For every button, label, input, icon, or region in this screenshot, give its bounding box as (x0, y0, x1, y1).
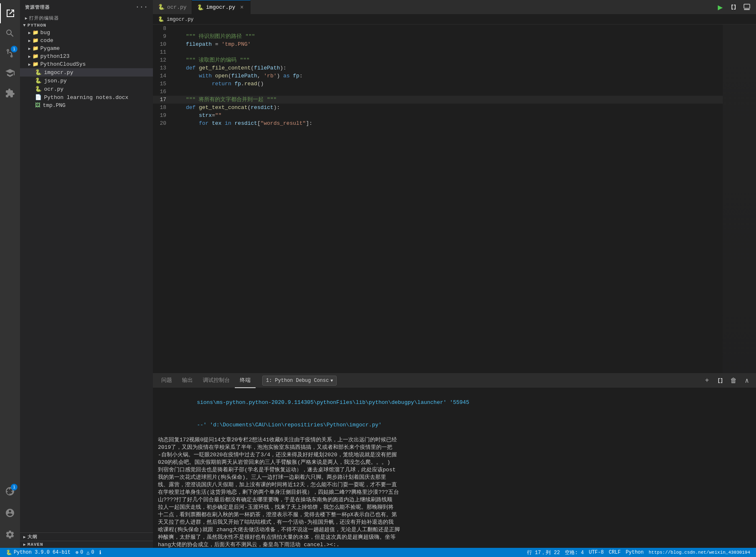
split-terminal-button[interactable] (714, 375, 726, 386)
tab-close-button[interactable]: × (239, 4, 245, 11)
terminal-line: 020的机会吧。国庆假期前两天从岩管回来的三人手臂酸胀(严格来说是两人，我没怎么… (158, 459, 751, 466)
sidebar-item-imgocr[interactable]: 🐍 imgocr.py (20, 68, 153, 77)
image-file-icon: 🖼 (35, 102, 40, 109)
line-number: 15 (153, 80, 173, 88)
status-language-label: Python (626, 550, 644, 555)
code-line-14: 14 with open(filePath, 'rb') as fp: (153, 72, 723, 80)
sidebar-folder-outline[interactable]: ▶ 大纲 (20, 532, 153, 541)
status-blog-link[interactable]: https://blog.csdn.net/weixin_43030194 (646, 548, 753, 557)
activity-icon-extensions[interactable] (0, 83, 20, 103)
panel-tab-problems[interactable]: 问题 (156, 374, 177, 388)
chevron-icon: ▶ (28, 46, 31, 51)
tab-imgocr[interactable]: 🐍 imgocr.py × (192, 0, 251, 15)
editor-area: 🐍 ocr.py 🐍 imgocr.py × ▶ (153, 0, 756, 548)
activity-bar: 1 1 (0, 0, 20, 548)
terminal-line: 种酸爽，太舒服了，虽然我水性不是很好也有点惧怕大量的水体，但是这次真的是超爽超级… (158, 534, 751, 541)
file-label: json.py (44, 78, 67, 84)
status-spaces[interactable]: 空格: 4 (562, 548, 586, 557)
code-line-12: 12 """ 读取图片的编码 """ (153, 56, 723, 64)
tab-ocr[interactable]: 🐍 ocr.py (153, 0, 192, 15)
status-spaces-label: 空格: 4 (565, 549, 584, 556)
activity-icon-explorer[interactable] (0, 3, 20, 23)
sidebar-item-tmp-png[interactable]: 🖼 tmp.PNG (20, 101, 153, 109)
error-icon: ⊗ (76, 550, 79, 556)
activity-icon-settings[interactable] (0, 525, 20, 545)
sidebar-item-json[interactable]: 🐍 json.py (20, 77, 153, 85)
maximize-panel-button[interactable]: ∧ (741, 375, 753, 386)
panel: 问题 输出 调试控制台 终端 1: Python Debug Consc ▼ + (153, 373, 756, 548)
sidebar-title: 资源管理器 (25, 4, 50, 10)
folder-label: bug (40, 30, 50, 36)
sidebar-section-maven: ▶ MAVEN (20, 541, 153, 548)
sidebar-item-pythoncloudsys[interactable]: ▶ 📁 PythonCloudSys (20, 60, 153, 68)
chevron-down-icon: ▼ (330, 379, 333, 383)
sidebar-folder-open-editors[interactable]: ▶ 打开的编辑器 (20, 14, 153, 22)
line-content: for tex in resdict["words_result"]: (173, 119, 723, 127)
folder-icon: 📁 (32, 30, 39, 36)
code-editor[interactable]: 8 9 """ 待识别图片的路径 """ 10 filepath = 'tmp.… (153, 25, 723, 373)
panel-tab-terminal[interactable]: 终端 (235, 374, 256, 388)
line-content: with open(filePath, 'rb') as fp: (173, 72, 723, 80)
code-line-18: 18 def get_text_concat(resdict): (153, 104, 723, 111)
line-number: 9 (153, 32, 173, 40)
status-bar: 🐍 Python 3.9.0 64-bit ⊗ 0 △ 0 ℹ 行 17，列 2… (0, 548, 756, 557)
line-content: strx="" (173, 111, 723, 119)
sidebar-item-bug[interactable]: ▶ 📁 bug (20, 29, 153, 37)
terminal-dropdown[interactable]: 1: Python Debug Consc ▼ (262, 376, 337, 386)
tab-label: ocr.py (167, 4, 187, 10)
panel-actions: + 🗑 ∧ (701, 375, 753, 386)
status-encoding[interactable]: UTF-8 (586, 548, 606, 557)
sidebar-item-code[interactable]: ▶ 📁 code (20, 37, 153, 45)
kill-terminal-button[interactable]: 🗑 (728, 375, 739, 386)
python-icon: 🐍 (6, 550, 12, 556)
chevron-icon: ▶ (28, 30, 31, 35)
activity-icon-account[interactable] (0, 503, 20, 523)
code-line-13: 13 def get_file_content(filePath): (153, 64, 723, 72)
status-language[interactable]: Python (623, 548, 646, 557)
sidebar-item-ocr[interactable]: 🐍 ocr.py (20, 85, 153, 93)
line-content: """ 读取图片的编码 """ (173, 56, 723, 64)
chevron-icon: ▶ (23, 535, 26, 540)
split-editor-button[interactable] (728, 1, 739, 13)
line-number: 17 (153, 96, 173, 104)
run-button[interactable]: ▶ (714, 1, 726, 13)
sidebar-folder-python[interactable]: ▶ PYTHON (20, 22, 153, 29)
panel-layout-button[interactable] (741, 1, 753, 13)
sidebar-folder-maven[interactable]: ▶ MAVEN (20, 541, 153, 548)
activity-icon-remote[interactable]: 1 (0, 481, 20, 501)
sidebar-section-outline: ▶ 大纲 (20, 532, 153, 541)
terminal-line: 线、露营，澄澄说国庆八天假期，加上没有课的时间将近12天，怎么能不出门耍一耍呢，… (158, 481, 751, 489)
main-layout: 1 1 (0, 0, 756, 548)
sidebar-section-open-editors: ▶ 打开的编辑器 (20, 14, 153, 22)
python-file-icon: 🐍 (35, 69, 42, 76)
activity-icon-debug[interactable] (0, 63, 20, 83)
line-content: def get_text_concat(resdict): (173, 104, 723, 111)
sidebar-item-pygame[interactable]: ▶ 📁 Pygame (20, 45, 153, 52)
sidebar-item-notes[interactable]: 📄 Python learning notes.docx (20, 93, 153, 101)
app-container: 1 1 (0, 0, 756, 557)
status-errors[interactable]: ⊗ 0 △ 0 (73, 548, 97, 557)
activity-icon-source-control[interactable]: 1 (0, 43, 20, 63)
line-number: 14 (153, 72, 173, 80)
sidebar-more-button[interactable]: ··· (135, 3, 148, 11)
terminal-line: 天又拉了些人进群，然后我又开始了咕咕咕模式，有一个活动-为祖国升帆，还没有开始补… (158, 519, 751, 526)
status-info[interactable]: ℹ (97, 548, 104, 557)
panel-tab-output[interactable]: 输出 (177, 374, 198, 388)
terminal-dropdown-label: 1: Python Debug Consc (266, 378, 329, 384)
terminal-line: 到宿舍门口感觉回去也是骑着刷子邵(学名是手臂恢复运动），遂去桌球馆溜了几球，此处… (158, 466, 751, 474)
terminal-content[interactable]: sions\ms-python.python-2020.9.114305\pyt… (153, 388, 756, 548)
terminal-line: 我的第一次花式进球照片(狗头保命)。三人一边打球一边刷着六只脚。两步路计划着国庆… (158, 474, 751, 481)
status-eol[interactable]: CRLF (606, 548, 623, 557)
chevron-icon: ▶ (23, 542, 26, 547)
python-file-icon: 🐍 (35, 86, 42, 92)
status-line-col[interactable]: 行 17，列 22 (525, 548, 562, 557)
status-python[interactable]: 🐍 Python 3.9.0 64-bit (3, 548, 73, 557)
line-number: 16 (153, 88, 173, 96)
tab-label: imgocr.py (206, 4, 235, 10)
code-area: 8 9 """ 待识别图片的路径 """ 10 filepath = 'tmp.… (153, 25, 756, 373)
sidebar-item-python123[interactable]: ▶ 📁 python123 (20, 52, 153, 60)
activity-icon-search[interactable] (0, 23, 20, 43)
panel-tab-debug-console[interactable]: 调试控制台 (198, 374, 235, 388)
editor-breadcrumb: 🐍 imgocr.py (153, 15, 756, 25)
new-terminal-button[interactable]: + (701, 375, 713, 386)
